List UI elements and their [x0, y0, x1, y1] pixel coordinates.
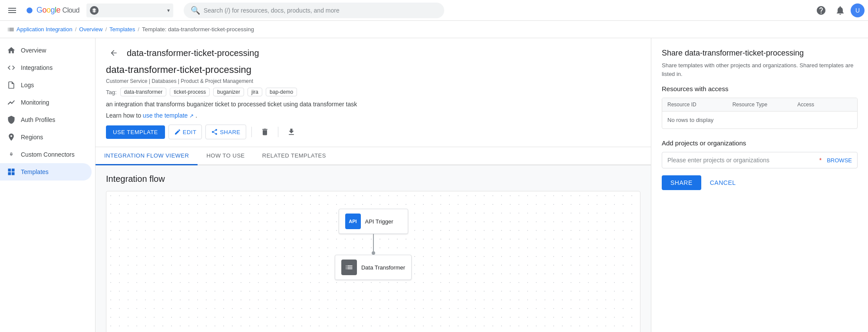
flow-area: Integration flow API API Trigger — [96, 165, 651, 332]
search-bar[interactable]: 🔍 Search (/) for resources, docs, produc… — [184, 3, 444, 18]
use-template-button[interactable]: USE TEMPLATE — [106, 125, 165, 139]
add-section-title: Add projects or organizations — [662, 139, 858, 147]
edit-icon — [174, 128, 181, 135]
project-selector[interactable]: ▾ — [86, 3, 173, 17]
tabs: INTEGRATION FLOW VIEWER HOW TO USE RELAT… — [96, 147, 651, 165]
learn-more: Learn how to use the template ↗ . — [106, 112, 640, 119]
templates-icon — [7, 168, 16, 176]
project-icon — [90, 6, 99, 15]
menu-icon[interactable] — [3, 2, 21, 19]
back-arrow-icon — [109, 49, 118, 57]
sidebar-label-auth-profiles: Auth Profiles — [21, 116, 55, 123]
data-transformer-node[interactable]: Data Transformer — [335, 255, 412, 280]
learn-more-prefix: Learn how to — [106, 112, 143, 119]
sidebar-item-monitoring[interactable]: Monitoring — [0, 94, 92, 111]
share-label: SHARE — [220, 129, 240, 135]
resources-table-empty: No rows to display — [662, 112, 857, 128]
browse-button[interactable]: BROWSE — [822, 157, 857, 164]
template-tags: Tag: data-transformer ticket-process bug… — [106, 88, 640, 96]
add-input-row: * BROWSE — [662, 152, 858, 168]
divider — [251, 127, 252, 137]
share-button[interactable]: SHARE — [205, 125, 246, 139]
tab-how-to-use[interactable]: HOW TO USE — [198, 147, 253, 165]
connectors-icon — [7, 150, 16, 159]
template-actions: USE TEMPLATE EDIT SHARE — [106, 124, 640, 140]
breadcrumb-sep-1: / — [75, 26, 77, 33]
download-button[interactable] — [284, 124, 299, 140]
projects-organizations-input[interactable] — [662, 152, 818, 168]
divider-2 — [278, 127, 278, 137]
panel-cancel-button[interactable]: CANCEL — [706, 175, 739, 190]
template-header: data-transformer-ticket-processing data-… — [96, 38, 651, 147]
api-trigger-label: API Trigger — [365, 218, 393, 225]
learn-more-suffix: . — [195, 112, 197, 119]
breadcrumb-application-integration[interactable]: Application Integration — [17, 26, 73, 33]
sidebar-label-monitoring: Monitoring — [21, 99, 49, 106]
sidebar-label-custom-connectors: Custom Connectors — [21, 151, 75, 158]
app-icon — [7, 26, 15, 33]
template-categories: Customer Service | Databases | Product &… — [106, 78, 640, 84]
api-trigger-node[interactable]: API API Trigger — [339, 209, 408, 234]
share-panel: Share data-transformer-ticket-processing… — [651, 38, 868, 332]
edit-button[interactable]: EDIT — [168, 125, 202, 139]
breadcrumb-templates[interactable]: Templates — [109, 26, 135, 33]
topbar: Google Cloud ▾ 🔍 Search (/) for resource… — [0, 0, 868, 21]
tag-jira: jira — [248, 88, 262, 96]
page-title: data-transformer-ticket-processing — [127, 48, 259, 58]
resources-section-title: Resources with access — [662, 85, 858, 92]
breadcrumb-sep-2: / — [105, 26, 107, 33]
data-transformer-icon — [341, 260, 357, 275]
sidebar-item-integrations[interactable]: Integrations — [0, 59, 92, 76]
template-name: data-transformer-ticket-processing — [106, 64, 640, 76]
tab-integration-flow-viewer[interactable]: INTEGRATION FLOW VIEWER — [96, 147, 198, 165]
api-trigger-icon: API — [345, 214, 361, 229]
breadcrumb-current: Template: data-transformer-ticket-proces… — [142, 26, 254, 33]
project-dropdown-icon: ▾ — [167, 7, 170, 13]
breadcrumb-overview[interactable]: Overview — [79, 26, 102, 33]
sidebar-item-logs[interactable]: Logs — [0, 76, 92, 94]
flow-connector-1 — [373, 234, 374, 251]
user-avatar[interactable]: U — [851, 3, 865, 17]
share-panel-title: Share data-transformer-ticket-processing — [662, 49, 858, 58]
use-template-link[interactable]: use the template ↗ — [143, 112, 195, 119]
search-icon: 🔍 — [191, 6, 200, 15]
access-header: Access — [792, 98, 857, 111]
share-panel-description: Share templates with other projects and … — [662, 61, 858, 78]
sidebar: Overview Integrations Logs Monitoring Au… — [0, 38, 96, 332]
learn-more-link-text: use the template — [143, 112, 188, 119]
notifications-icon[interactable] — [832, 2, 849, 19]
help-icon[interactable] — [812, 2, 830, 19]
sidebar-label-templates: Templates — [21, 168, 49, 175]
tab-related-templates[interactable]: RELATED TEMPLATES — [254, 147, 335, 165]
integrations-icon — [7, 63, 16, 72]
external-link-icon: ↗ — [189, 113, 194, 119]
breadcrumb: Application Integration / Overview / Tem… — [0, 21, 868, 38]
back-button[interactable] — [106, 45, 122, 61]
content-area: data-transformer-ticket-processing data-… — [96, 38, 651, 332]
auth-icon — [7, 115, 16, 124]
tag-ticket-process: ticket-process — [170, 88, 210, 96]
tag-label: Tag: — [106, 89, 117, 95]
resource-id-header: Resource ID — [662, 98, 727, 111]
data-transformer-label: Data Transformer — [361, 264, 405, 271]
sidebar-label-regions: Regions — [21, 134, 43, 141]
resources-table-header: Resource ID Resource Type Access — [662, 98, 857, 112]
sidebar-item-templates[interactable]: Templates — [0, 163, 92, 181]
delete-icon — [261, 128, 269, 136]
topbar-actions: U — [812, 2, 865, 19]
regions-icon — [7, 133, 16, 141]
sidebar-label-logs: Logs — [21, 82, 34, 89]
breadcrumb-sep-3: / — [138, 26, 139, 33]
tag-data-transformer: data-transformer — [120, 88, 167, 96]
sidebar-item-auth-profiles[interactable]: Auth Profiles — [0, 111, 92, 128]
template-header-top: data-transformer-ticket-processing — [106, 45, 640, 61]
sidebar-item-custom-connectors[interactable]: Custom Connectors — [0, 146, 92, 163]
google-cloud-logo: Google Cloud — [24, 5, 79, 16]
home-icon — [7, 46, 16, 55]
sidebar-item-overview[interactable]: Overview — [0, 42, 92, 59]
edit-label: EDIT — [183, 129, 197, 135]
flow-title: Integration flow — [106, 174, 640, 184]
panel-share-button[interactable]: SHARE — [662, 175, 701, 190]
sidebar-item-regions[interactable]: Regions — [0, 128, 92, 146]
delete-button[interactable] — [257, 124, 273, 140]
